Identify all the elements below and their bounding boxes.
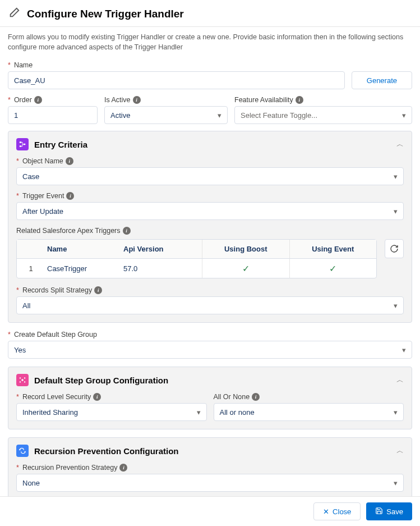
check-icon: ✓ bbox=[329, 263, 336, 274]
svg-point-3 bbox=[21, 379, 24, 381]
info-icon[interactable]: i bbox=[66, 192, 74, 200]
modal-title: Configure New Trigger Handler bbox=[27, 8, 184, 20]
info-icon[interactable]: i bbox=[133, 96, 141, 104]
order-input[interactable] bbox=[8, 106, 98, 124]
save-icon bbox=[375, 507, 383, 516]
info-icon[interactable]: i bbox=[94, 286, 102, 294]
save-button[interactable]: Save bbox=[366, 502, 412, 520]
name-input[interactable] bbox=[8, 71, 345, 89]
chevron-down-icon: ▾ bbox=[394, 172, 398, 181]
is-active-label: Is Active i bbox=[104, 96, 228, 104]
entry-criteria-icon bbox=[16, 138, 29, 150]
chevron-up-icon: ︿ bbox=[396, 139, 404, 149]
is-active-select[interactable]: Active ▾ bbox=[104, 106, 228, 124]
object-name-label: *Object Name i bbox=[16, 157, 404, 165]
svg-point-7 bbox=[24, 381, 25, 382]
close-icon: ✕ bbox=[323, 507, 329, 516]
refresh-button[interactable] bbox=[385, 239, 404, 258]
configure-trigger-handler-modal: Configure New Trigger Handler Form allow… bbox=[0, 0, 420, 526]
svg-point-6 bbox=[20, 381, 21, 382]
recursion-strategy-select[interactable]: None ▾ bbox=[16, 474, 404, 492]
create-default-step-group-label: *Create Default Step Group bbox=[8, 331, 412, 339]
feature-availability-label: Feature Availability i bbox=[234, 96, 412, 104]
chevron-down-icon: ▾ bbox=[394, 479, 398, 487]
chevron-down-icon: ▾ bbox=[197, 408, 201, 417]
svg-rect-0 bbox=[20, 141, 22, 143]
step-group-icon bbox=[16, 374, 29, 386]
svg-rect-1 bbox=[20, 145, 22, 147]
feature-availability-select[interactable]: Select Feature Toggle... ▾ bbox=[234, 106, 412, 124]
chevron-down-icon: ▾ bbox=[394, 207, 398, 216]
recursion-icon bbox=[16, 445, 29, 457]
order-label: *Order i bbox=[8, 96, 98, 104]
info-icon[interactable]: i bbox=[296, 96, 303, 104]
chevron-down-icon: ▾ bbox=[394, 301, 398, 310]
split-strategy-label: *Records Split Strategy i bbox=[16, 286, 404, 294]
chevron-up-icon: ︿ bbox=[396, 375, 404, 385]
svg-point-5 bbox=[24, 377, 25, 378]
chevron-down-icon: ▾ bbox=[218, 111, 221, 120]
info-icon[interactable]: i bbox=[66, 157, 73, 165]
record-level-security-select[interactable]: Inherited Sharing ▾ bbox=[16, 403, 207, 421]
table-header-row: Name Api Version Using Boost Using Event bbox=[17, 240, 376, 259]
record-level-security-label: *Record Level Security i bbox=[16, 393, 207, 401]
close-button[interactable]: ✕ Close bbox=[313, 502, 361, 520]
recursion-prevention-panel: Recursion Prevention Configuration ︿ *Re… bbox=[8, 437, 412, 496]
info-icon[interactable]: i bbox=[34, 96, 42, 104]
info-icon[interactable]: i bbox=[123, 227, 131, 235]
recursion-strategy-label: *Recursion Prevention Strategy i bbox=[16, 464, 404, 472]
object-name-select[interactable]: Case ▾ bbox=[16, 167, 404, 185]
table-row: 1 CaseTrigger 57.0 ✓ ✓ bbox=[17, 259, 376, 278]
chevron-up-icon: ︿ bbox=[396, 446, 404, 456]
modal-header: Configure New Trigger Handler bbox=[0, 0, 420, 27]
chevron-down-icon: ▾ bbox=[402, 111, 406, 120]
entry-criteria-header[interactable]: Entry Criteria ︿ bbox=[8, 131, 412, 157]
default-step-group-panel: Default Step Group Configuration ︿ *Reco… bbox=[8, 367, 412, 429]
info-icon[interactable]: i bbox=[252, 393, 260, 401]
generate-button[interactable]: Generate bbox=[352, 71, 412, 89]
info-icon[interactable]: i bbox=[119, 464, 127, 472]
all-or-none-label: All Or None i bbox=[214, 393, 404, 401]
trigger-event-select[interactable]: After Update ▾ bbox=[16, 202, 404, 220]
related-triggers-label: Related Salesforce Apex Triggers i bbox=[16, 227, 404, 235]
create-default-step-group-select[interactable]: Yes ▾ bbox=[8, 341, 412, 359]
chevron-down-icon: ▾ bbox=[394, 408, 398, 417]
entry-criteria-panel: Entry Criteria ︿ *Object Name i Case ▾ bbox=[8, 131, 412, 323]
default-step-group-header[interactable]: Default Step Group Configuration ︿ bbox=[8, 367, 412, 393]
info-icon[interactable]: i bbox=[93, 393, 101, 401]
recursion-prevention-header[interactable]: Recursion Prevention Configuration ︿ bbox=[8, 438, 412, 464]
pencil-icon bbox=[8, 7, 20, 21]
svg-rect-2 bbox=[24, 144, 26, 145]
form-body: *Name Generate *Order i Is Active i bbox=[0, 61, 420, 496]
split-strategy-select[interactable]: All ▾ bbox=[16, 296, 404, 314]
modal-footer: ✕ Close Save bbox=[0, 496, 420, 526]
name-label: *Name bbox=[8, 61, 412, 69]
chevron-down-icon: ▾ bbox=[402, 346, 406, 354]
check-icon: ✓ bbox=[242, 263, 250, 274]
all-or-none-select[interactable]: All or none ▾ bbox=[214, 403, 404, 421]
trigger-event-label: *Trigger Event i bbox=[16, 192, 404, 200]
modal-description: Form allows you to modify existing Trigg… bbox=[0, 27, 420, 61]
related-triggers-table: Name Api Version Using Boost Using Event… bbox=[16, 239, 377, 278]
svg-point-4 bbox=[20, 377, 21, 378]
